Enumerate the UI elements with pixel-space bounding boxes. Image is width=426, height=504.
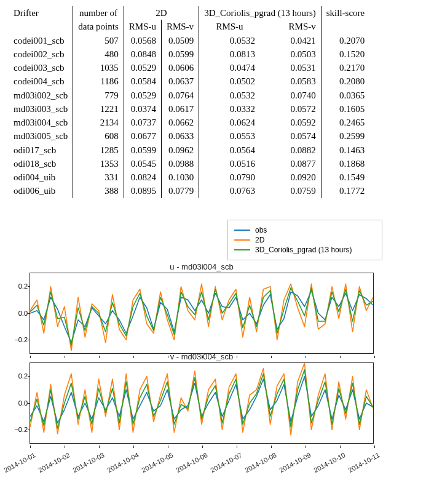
cell-3d-u: 0.0474 — [199, 61, 260, 74]
cell-skill: 0.0365 — [321, 89, 369, 102]
cell-3d-u: 0.0532 — [199, 34, 260, 47]
table-row: md03i002_scb7790.05290.07640.05320.07400… — [9, 89, 369, 102]
cell-2d-v: 0.0599 — [161, 47, 199, 61]
col-3d-rmsv: RMS-v — [260, 20, 321, 33]
cell-2d-u: 0.0584 — [124, 74, 161, 88]
cell-drifter: odi006_uib — [9, 184, 73, 198]
cell-3d-v: 0.0572 — [260, 102, 321, 116]
cell-3d-u: 0.0553 — [199, 129, 260, 143]
cell-2d-u: 0.0568 — [124, 34, 161, 47]
legend-item: obs — [234, 226, 376, 234]
cell-2d-v: 0.0637 — [161, 74, 199, 88]
cell-3d-u: 0.0532 — [199, 89, 260, 102]
cell-3d-v: 0.0421 — [260, 34, 321, 47]
col-drifter: Drifter — [9, 6, 73, 20]
cell-2d-v: 0.0633 — [161, 129, 199, 143]
cell-npts: 1353 — [73, 157, 124, 170]
cell-skill: 0.1463 — [321, 143, 369, 157]
col-3d: 3D_Coriolis_pgrad (13 hours) — [199, 6, 321, 20]
y-tick-label: −0.2 — [14, 336, 28, 343]
cell-npts: 507 — [73, 34, 124, 47]
cell-skill: 0.2070 — [321, 34, 369, 47]
y-tick-label: 0.0 — [18, 399, 28, 407]
legend-box: obs2D3D_Coriolis_pgrad (13 hours) — [227, 220, 382, 260]
cell-drifter: codei001_scb — [9, 34, 73, 47]
cell-3d-v: 0.0531 — [260, 61, 321, 74]
cell-drifter: codei002_scb — [9, 47, 73, 61]
series-line — [30, 369, 373, 428]
cell-2d-v: 0.0509 — [161, 34, 199, 47]
cell-2d-u: 0.0545 — [124, 157, 161, 170]
cell-npts: 1221 — [73, 102, 124, 116]
cell-3d-u: 0.0813 — [199, 47, 260, 61]
legend-label: 2D — [255, 236, 264, 244]
cell-3d-v: 0.0759 — [260, 184, 321, 198]
legend-swatch — [234, 239, 250, 241]
chart-panel: v - md03i004_scb−0.20.00.2 — [30, 362, 374, 444]
col-2d: 2D — [124, 6, 199, 20]
legend-label: obs — [255, 226, 267, 234]
cell-3d-v: 0.0583 — [260, 74, 321, 88]
x-axis-labels: 2014-10-012014-10-022014-10-032014-10-04… — [30, 447, 374, 472]
cell-2d-v: 0.0988 — [161, 157, 199, 170]
col-2d-rmsv: RMS-v — [161, 20, 199, 33]
cell-2d-v: 0.0962 — [161, 143, 199, 157]
legend-swatch — [234, 230, 250, 231]
col-npts-bot: data points — [73, 20, 124, 33]
cell-drifter: codei003_scb — [9, 61, 73, 74]
cell-skill: 0.1868 — [321, 157, 369, 170]
table-row: odi018_scb13530.05450.09880.05160.08770.… — [9, 157, 369, 170]
y-axis-ticks: −0.20.00.2 — [7, 363, 28, 443]
cell-3d-v: 0.0920 — [260, 170, 321, 184]
y-tick-label: 0.2 — [18, 282, 28, 290]
cell-3d-u: 0.0763 — [199, 184, 260, 198]
results-table-wrap: Drifter number of 2D 3D_Coriolis_pgrad (… — [0, 6, 426, 198]
cell-3d-u: 0.0790 — [199, 170, 260, 184]
cell-2d-u: 0.0529 — [124, 89, 161, 102]
cell-skill: 0.2170 — [321, 61, 369, 74]
cell-2d-v: 0.0764 — [161, 89, 199, 102]
legend-label: 3D_Coriolis_pgrad (13 hours) — [255, 246, 352, 254]
chart-svg — [30, 363, 373, 443]
table-row: md03i005_scb6080.06770.06330.05530.05740… — [9, 129, 369, 143]
cell-npts: 779 — [73, 89, 124, 102]
legend-item: 3D_Coriolis_pgrad (13 hours) — [234, 246, 376, 254]
y-tick-label: −0.2 — [14, 426, 28, 433]
cell-skill: 0.2080 — [321, 74, 369, 88]
y-axis-ticks: −0.20.00.2 — [7, 273, 28, 353]
table-row: md03i003_scb12210.03740.06170.03320.0572… — [9, 102, 369, 116]
cell-npts: 331 — [73, 170, 124, 184]
cell-2d-v: 0.0606 — [161, 61, 199, 74]
chart-svg — [30, 273, 373, 353]
table-row: md03i004_scb21340.07370.06620.06240.0592… — [9, 116, 369, 129]
cell-2d-v: 0.0779 — [161, 184, 199, 198]
table-row: codei001_scb5070.05680.05090.05320.04210… — [9, 34, 369, 47]
timeseries-charts: u - md03i004_scb−0.20.00.2v - md03i004_s… — [30, 273, 374, 472]
cell-npts: 480 — [73, 47, 124, 61]
table-row: codei002_scb4800.08480.05990.08130.05030… — [9, 47, 369, 61]
cell-2d-v: 0.0617 — [161, 102, 199, 116]
cell-2d-v: 0.1030 — [161, 170, 199, 184]
cell-3d-v: 0.0503 — [260, 47, 321, 61]
cell-3d-v: 0.0574 — [260, 129, 321, 143]
cell-3d-u: 0.0624 — [199, 116, 260, 129]
cell-skill: 0.2465 — [321, 116, 369, 129]
cell-3d-u: 0.0332 — [199, 102, 260, 116]
table-row: odi004_uib3310.08240.10300.07900.09200.1… — [9, 170, 369, 184]
cell-npts: 1285 — [73, 143, 124, 157]
col-3d-rmsu: RMS-u — [199, 20, 260, 33]
cell-3d-v: 0.0592 — [260, 116, 321, 129]
cell-2d-v: 0.0662 — [161, 116, 199, 129]
cell-npts: 388 — [73, 184, 124, 198]
cell-drifter: odi018_scb — [9, 157, 73, 170]
chart-panel: u - md03i004_scb−0.20.00.2 — [30, 273, 374, 354]
table-row: codei003_scb10350.05290.06060.04740.0531… — [9, 61, 369, 74]
cell-2d-u: 0.0599 — [124, 143, 161, 157]
cell-drifter: md03i002_scb — [9, 89, 73, 102]
table-row: odi006_uib3880.08950.07790.07630.07590.1… — [9, 184, 369, 198]
cell-2d-u: 0.0737 — [124, 116, 161, 129]
results-table: Drifter number of 2D 3D_Coriolis_pgrad (… — [9, 6, 369, 198]
cell-skill: 0.1549 — [321, 170, 369, 184]
cell-3d-v: 0.0740 — [260, 89, 321, 102]
cell-npts: 1035 — [73, 61, 124, 74]
